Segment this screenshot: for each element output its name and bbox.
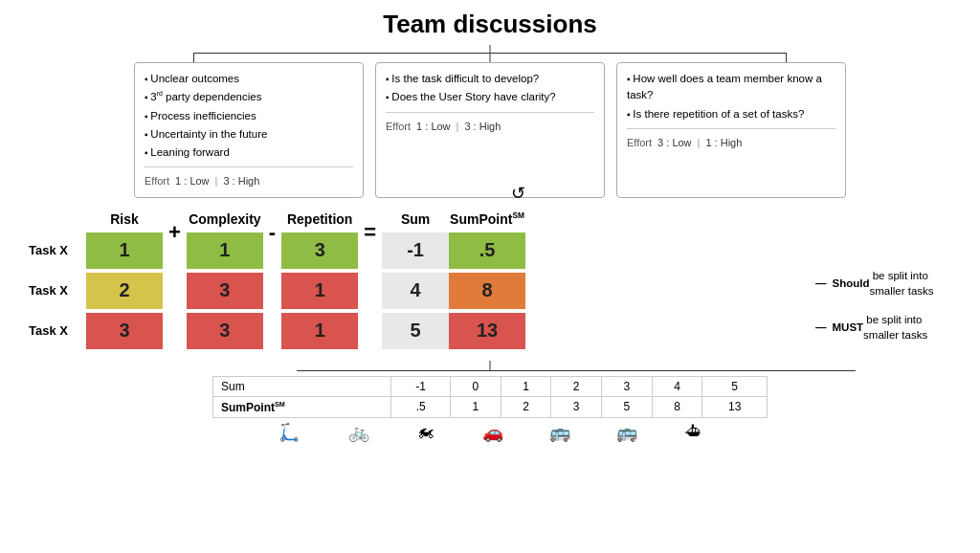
icons-row: 🛴 🚲 🏍 🚗 🚌 🚌 ⛴: [212, 422, 768, 443]
icon-ship: ⛴: [660, 422, 727, 443]
repetition-header: Repetition: [281, 206, 358, 232]
table-row-sumpoint: SumPointSM .5 1 2 3 5 8 13: [213, 396, 768, 417]
annotations: Should be split into smaller tasks MUST …: [808, 206, 951, 347]
icon-scooter: 🛴: [254, 422, 325, 443]
sumpoint-row1: .5: [449, 232, 525, 269]
bottom-connector: [29, 361, 951, 376]
bottom-table: Sum -1 0 1 2 3 4 5 SumPointSM .5 1 2 3 5…: [212, 376, 768, 418]
table-row-sum: Sum -1 0 1 2 3 4 5: [213, 376, 768, 396]
sum-row3: 5: [382, 313, 449, 349]
sumpoint-header: SumPointSM: [449, 206, 525, 232]
icon-bus: 🚌: [526, 422, 593, 443]
info-box-complexity: Is the task difficult to develop? Does t…: [375, 62, 605, 198]
icon-bicycle: 🚲: [325, 422, 392, 443]
icon-motorcycle: 🏍: [392, 422, 459, 443]
sum-row1: -1: [382, 232, 449, 269]
risk-row1: 1: [86, 232, 163, 269]
bottom-section: Sum -1 0 1 2 3 4 5 SumPointSM .5 1 2 3 5…: [19, 361, 961, 443]
sum-row2: 4: [382, 273, 449, 309]
complexity-row2: 3: [187, 273, 263, 309]
icon-bus2: 🚌: [593, 422, 660, 443]
sum-header: Sum: [382, 206, 449, 232]
risk-row2: 2: [86, 273, 163, 309]
minus-operator: -: [263, 206, 281, 232]
sumpoint-column: ↺ SumPointSM .5 8 13: [449, 206, 525, 353]
repetition-row2: 1: [281, 273, 358, 309]
risk-row3: 3: [86, 313, 163, 349]
complexity-column: Complexity 1 3 3: [187, 206, 263, 353]
must-annotation: MUST be split into smaller tasks: [815, 307, 951, 347]
sum-column: Sum -1 4 5: [382, 206, 449, 353]
complexity-row1: 1: [187, 232, 263, 269]
repetition-row1: 3: [281, 232, 358, 269]
sum-row-label: Sum: [213, 376, 391, 396]
repetition-column: Repetition 3 1 1: [281, 206, 358, 353]
risk-column: Risk 1 2 3: [86, 206, 163, 353]
info-box-repetition: How well does a team member know a task?…: [616, 62, 846, 198]
task-labels: Task X Task X Task X: [29, 206, 86, 353]
info-boxes-row: Unclear outcomes 3rd party dependencies …: [19, 62, 961, 198]
swirl-icon: ↺: [511, 183, 525, 204]
complexity-list: Is the task difficult to develop? Does t…: [386, 71, 594, 106]
page: Team discussions Unclear outcomes 3rd pa…: [0, 0, 980, 553]
plus-operator: +: [163, 206, 187, 232]
scoring-grid: Risk 1 2 3 + Complexity 1 3 3 -: [86, 206, 808, 353]
repetition-list: How well does a team member know a task?…: [627, 71, 835, 122]
complexity-row3: 3: [187, 313, 263, 349]
top-connector: [145, 45, 835, 62]
info-box-risk: Unclear outcomes 3rd party dependencies …: [134, 62, 364, 198]
sumpoint-row3: 13: [449, 313, 525, 349]
repetition-row3: 1: [281, 313, 358, 349]
task-label-2: Task X: [29, 273, 86, 309]
sumpoint-row2: 8: [449, 273, 525, 309]
risk-list: Unclear outcomes 3rd party dependencies …: [145, 71, 353, 161]
complexity-header: Complexity: [187, 206, 263, 232]
equals-operator: =: [358, 206, 382, 232]
task-label-3: Task X: [29, 313, 86, 349]
scoring-section: Task X Task X Task X Risk 1 2 3 + Comple…: [19, 206, 961, 353]
task-label-1: Task X: [29, 232, 86, 269]
page-title: Team discussions: [19, 10, 961, 39]
should-annotation: Should be split into smaller tasks: [815, 263, 951, 303]
sumpoint-row-label: SumPointSM: [213, 396, 391, 417]
icon-car: 🚗: [459, 422, 526, 443]
risk-header: Risk: [86, 206, 163, 232]
